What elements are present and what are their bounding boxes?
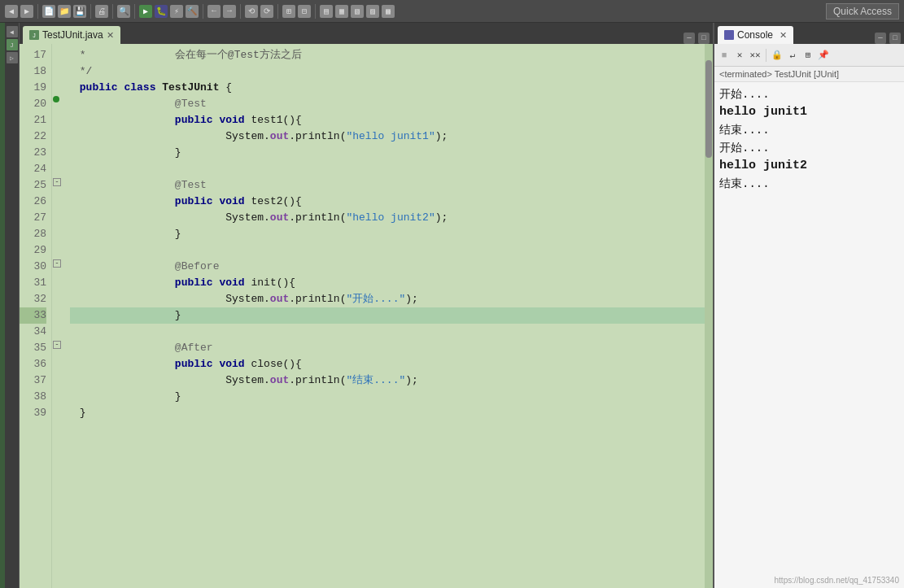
print-icon[interactable]: 🖨: [95, 5, 108, 18]
gutter-line-25: -: [52, 174, 63, 190]
code-line-27[interactable]: System.out.println("hello junit2");: [70, 210, 705, 226]
search-icon[interactable]: 🔍: [117, 5, 130, 18]
main-toolbar: ◀ ▶ 📄 📁 💾 🖨 🔍 ▶ 🐛 ⚡ 🔨 ← → ⟲ ⟳ ⊞ ⊟ ▤ ▦ ▧ …: [0, 0, 904, 23]
editor-tab-close[interactable]: ✕: [107, 30, 114, 41]
sidebar-btn-3[interactable]: ▷: [7, 52, 18, 63]
prev-edit-icon[interactable]: ←: [207, 5, 221, 18]
quick-access-field[interactable]: Quick Access: [826, 3, 899, 20]
console-toolbar: ■ ✕ ✕✕ 🔒 ↵ ⊞ 📌: [714, 44, 904, 67]
code-line-20[interactable]: @Test: [70, 96, 705, 112]
main-area: ◀ J ▷ J TestJUnit.java ✕ ─ □ 17181920212…: [0, 23, 904, 588]
next-problem-icon[interactable]: ⟳: [260, 5, 273, 18]
code-line-39[interactable]: }: [70, 405, 705, 421]
debug-icon[interactable]: 🐛: [155, 5, 168, 18]
console-tab[interactable]: Console ✕: [718, 26, 793, 44]
line-number-31: 31: [20, 275, 46, 291]
editor-tab-testjunit[interactable]: J TestJUnit.java ✕: [23, 26, 120, 44]
gutter-line-20: [52, 93, 63, 109]
last-edit-icon[interactable]: ⟲: [245, 5, 258, 18]
sidebar-btn-1[interactable]: ◀: [7, 26, 18, 37]
console-tab-close[interactable]: ✕: [780, 30, 787, 41]
forward-icon[interactable]: ▶: [20, 5, 33, 18]
gutter-line-31: [52, 272, 63, 288]
maximize-console-btn[interactable]: □: [889, 33, 901, 44]
terminate-btn[interactable]: ■: [718, 49, 731, 62]
toolbar-sep-3: [112, 4, 113, 19]
remove-console-btn[interactable]: ✕: [733, 49, 746, 62]
toolbar-sep-4: [134, 4, 135, 19]
code-line-35[interactable]: @After: [70, 340, 705, 356]
view3-icon[interactable]: ▧: [351, 5, 364, 18]
console-toolbar-sep: [766, 49, 766, 62]
code-line-32[interactable]: System.out.println("开始....");: [70, 291, 705, 307]
view1-icon[interactable]: ▤: [320, 5, 333, 18]
maximize-editor-btn[interactable]: □: [698, 33, 710, 44]
gutter-line-29: [52, 239, 63, 255]
build-icon[interactable]: 🔨: [186, 5, 199, 18]
gutter-line-22: [52, 125, 63, 142]
gutter-line-36: [52, 353, 63, 369]
back-icon[interactable]: ◀: [5, 5, 18, 18]
editor-scrollbar[interactable]: [705, 44, 713, 588]
line-number-36: 36: [20, 356, 46, 372]
line-number-26: 26: [20, 194, 46, 210]
editor-content[interactable]: 1718192021222324252627282930313233343536…: [20, 44, 713, 588]
code-line-30[interactable]: @Before: [70, 259, 705, 275]
open-perspective-icon[interactable]: ⊞: [282, 5, 295, 18]
gutter-line-17: [52, 44, 63, 60]
line-number-25: 25: [20, 177, 46, 194]
remove-all-terminated-btn[interactable]: ✕✕: [749, 49, 762, 62]
pin-console-btn[interactable]: 📌: [817, 49, 830, 62]
more-perspectives-icon[interactable]: ⊟: [298, 5, 311, 18]
code-line-23[interactable]: }: [70, 145, 705, 161]
view4-icon[interactable]: ▨: [366, 5, 379, 18]
gutter-line-28: [52, 223, 63, 239]
code-line-21[interactable]: public void test1(){: [70, 112, 705, 128]
line-number-27: 27: [20, 210, 46, 226]
word-wrap-btn[interactable]: ↵: [786, 49, 799, 62]
gutter-line-32: [52, 288, 63, 304]
code-line-36[interactable]: public void close(){: [70, 356, 705, 372]
code-line-31[interactable]: public void init(){: [70, 275, 705, 291]
line-number-19: 19: [20, 80, 46, 96]
code-line-17[interactable]: * 会在每一个@Test方法之后: [70, 47, 705, 63]
minimize-editor-btn[interactable]: ─: [683, 33, 695, 44]
scrollbar-thumb[interactable]: [705, 60, 712, 158]
scroll-lock-btn[interactable]: 🔒: [771, 49, 784, 62]
line-number-28: 28: [20, 226, 46, 242]
code-line-24[interactable]: [70, 161, 705, 177]
folder-icon[interactable]: 📁: [58, 5, 71, 18]
gutter-line-34: [52, 320, 63, 337]
code-line-26[interactable]: public void test2(){: [70, 194, 705, 210]
code-line-33[interactable]: }: [70, 307, 705, 324]
code-line-19[interactable]: public class TestJUnit {: [70, 80, 705, 96]
new-file-icon[interactable]: 📄: [42, 5, 55, 18]
code-area[interactable]: * 会在每一个@Test方法之后 */ public class TestJUn…: [63, 44, 705, 588]
code-line-22[interactable]: System.out.println("hello junit1");: [70, 128, 705, 145]
toolbar-sep-2: [90, 4, 91, 19]
line-numbers: 1718192021222324252627282930313233343536…: [20, 44, 52, 588]
editor-panel: J TestJUnit.java ✕ ─ □ 17181920212223242…: [20, 23, 713, 588]
line-number-18: 18: [20, 63, 46, 80]
gutter-line-39: [52, 402, 63, 418]
sidebar-btn-2[interactable]: J: [7, 39, 18, 50]
next-edit-icon[interactable]: →: [223, 5, 236, 18]
code-line-38[interactable]: }: [70, 389, 705, 405]
toolbar-sep-7: [277, 4, 278, 19]
code-line-29[interactable]: [70, 242, 705, 259]
code-line-34[interactable]: [70, 324, 705, 340]
view2-icon[interactable]: ▦: [335, 5, 348, 18]
minimize-console-btn[interactable]: ─: [875, 33, 886, 44]
line-number-37: 37: [20, 372, 46, 389]
code-line-18[interactable]: */: [70, 63, 705, 80]
run-icon[interactable]: ▶: [139, 5, 152, 18]
code-line-37[interactable]: System.out.println("结束....");: [70, 372, 705, 389]
open-console-btn[interactable]: ⊞: [801, 49, 814, 62]
view5-icon[interactable]: ▩: [382, 5, 395, 18]
save-icon[interactable]: 💾: [73, 5, 86, 18]
test-icon[interactable]: ⚡: [170, 5, 183, 18]
code-line-25[interactable]: @Test: [70, 177, 705, 194]
code-line-28[interactable]: }: [70, 226, 705, 242]
gutter-line-27: [52, 207, 63, 223]
java-file-icon: J: [29, 30, 39, 40]
